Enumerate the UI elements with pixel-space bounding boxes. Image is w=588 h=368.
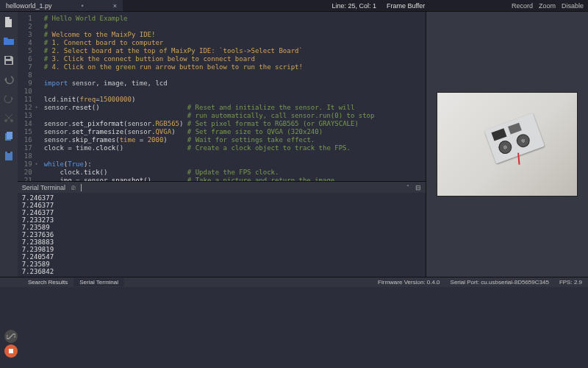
tab-search-results[interactable]: Search Results [22,278,74,286]
undo-icon[interactable] [1,72,16,87]
svg-rect-1 [6,61,12,64]
line-gutter: 1234567891011121314151617181920212223242… [18,12,35,181]
svg-rect-5 [7,132,12,139]
copy-icon[interactable] [1,130,16,144]
svg-rect-0 [6,57,10,59]
frame-buffer-image[interactable] [437,93,577,196]
fb-disable-link[interactable]: Disable [562,2,584,10]
svg-point-2 [4,119,7,122]
tab-dirty-indicator: • [82,2,84,10]
left-toolbar [0,12,18,277]
serial-terminal[interactable]: 7.2463777.2463777.2463777.2332737.235897… [18,193,426,277]
code-editor[interactable]: 1234567891011121314151617181920212223242… [18,12,426,181]
connect-button[interactable] [4,330,18,343]
terminal-title: Serial Terminal [22,184,65,191]
paste-icon[interactable] [1,149,16,163]
tab-close-icon[interactable]: × [113,2,117,10]
redo-icon[interactable] [1,91,16,106]
cut-icon[interactable] [1,110,16,125]
svg-point-3 [10,119,13,122]
fb-zoom-link[interactable]: Zoom [539,2,556,10]
save-icon[interactable] [1,53,16,68]
frame-buffer-pane [426,12,588,277]
terminal-cursor-indicator [81,184,82,191]
cursor-position: Line: 25, Col: 1 [326,0,382,11]
firmware-version: Firmware Version: 0.4.0 [378,279,440,286]
fps-label: FPS: 2.9 [559,279,582,286]
code-area[interactable]: # Hello World Example## Welcome to the M… [35,12,426,181]
tab-filename: helloworld_1.py [6,2,52,10]
file-tab[interactable]: helloworld_1.py • × [0,0,123,11]
terminal-header: Serial Terminal ⎚ ˆ ⊟ [18,181,426,193]
new-file-icon[interactable] [1,15,16,29]
tab-serial-terminal[interactable]: Serial Terminal [74,278,124,286]
terminal-clear-icon[interactable]: ⎚ [71,184,75,191]
fb-record-link[interactable]: Record [512,2,533,10]
run-stop-button[interactable] [4,344,18,358]
svg-rect-7 [7,151,10,153]
terminal-collapse-icon[interactable]: ˆ [407,184,409,191]
terminal-close-icon[interactable]: ⊟ [415,184,421,191]
status-bar: Search Results Serial Terminal Firmware … [0,277,588,287]
svg-rect-8 [9,349,13,353]
serial-port-label[interactable]: Serial Port: cu.usbserial-8D5659C345 [451,279,549,286]
open-folder-icon[interactable] [1,34,16,49]
frame-buffer-title: Frame Buffer [387,2,425,10]
